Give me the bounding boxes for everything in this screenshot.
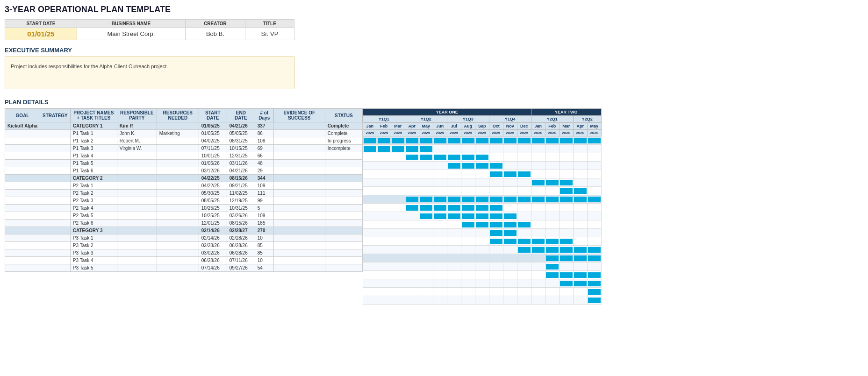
quarter-header-Y2Q1: Y2Q1: [531, 116, 573, 123]
gantt-cell: [503, 220, 517, 229]
gantt-cell: [475, 187, 489, 195]
gantt-cell: [559, 220, 573, 229]
plan-cell: CATEGORY 1: [70, 122, 117, 130]
plan-cell: [325, 249, 362, 257]
gantt-cell: [545, 254, 559, 262]
gantt-cell: [461, 229, 475, 237]
gantt-cell: [461, 220, 475, 229]
plan-cell: 05/05/25: [227, 130, 255, 137]
quarter-header-Y2Q2: Y2Q2: [573, 116, 601, 123]
gantt-cell: [545, 162, 559, 170]
plan-cell: 08/15/26: [227, 175, 255, 182]
gantt-cell: [433, 136, 447, 145]
main-layout: GOAL STRATEGY PROJECT NAMES+ TASK TITLES…: [5, 108, 863, 305]
plan-cell: 03/11/26: [227, 160, 255, 167]
plan-cell: Incomplete: [325, 145, 362, 152]
gantt-cell: [363, 262, 377, 271]
plan-cell: P2 Task 5: [70, 212, 117, 220]
gantt-cell: [363, 229, 377, 237]
month-header: Sep: [475, 123, 489, 130]
plan-cell: 12/01/25: [199, 220, 227, 227]
plan-cell: [157, 220, 199, 227]
gantt-cell: [405, 279, 419, 288]
gantt-cell: [391, 237, 405, 246]
plan-cell: [273, 122, 325, 130]
col-header-resources: RESOURCES NEEDED: [157, 109, 199, 122]
gantt-cell: [419, 271, 433, 279]
gantt-cell: [489, 237, 503, 246]
gantt-cell: [419, 254, 433, 262]
plan-cell: P2 Task 6: [70, 220, 117, 227]
quarter-header-Y1Q1: Y1Q1: [363, 116, 405, 123]
gantt-cell: [391, 296, 405, 305]
plan-cell: [157, 182, 199, 190]
plan-cell: 04/22/25: [199, 182, 227, 190]
gantt-cell: [363, 145, 377, 153]
gantt-cell: [391, 145, 405, 153]
month-header: Jul: [447, 123, 461, 130]
gantt-cell: [419, 262, 433, 271]
gantt-cell: [475, 262, 489, 271]
col-header-end: END DATE: [227, 109, 255, 122]
gantt-cell: [363, 178, 377, 187]
gantt-cell: [447, 220, 461, 229]
plan-cell: 03/12/26: [199, 167, 227, 175]
col-header-responsible: RESPONSIBLE PARTY: [117, 109, 157, 122]
gantt-cell: [447, 212, 461, 220]
header-table: START DATE BUSINESS NAME CREATOR TITLE 0…: [5, 19, 294, 40]
gantt-cell: [419, 279, 433, 288]
year-sub-header: 2026: [573, 130, 587, 136]
gantt-cell: [573, 220, 587, 229]
plan-cell: 07/11/25: [199, 145, 227, 152]
plan-cell: [5, 264, 40, 272]
gantt-cell: [587, 162, 601, 170]
plan-cell: 108: [255, 137, 273, 145]
plan-cell: 85: [255, 242, 273, 249]
plan-cell: [40, 190, 71, 197]
gantt-cell: [419, 204, 433, 212]
title-value: Sr. VP: [245, 28, 294, 40]
gantt-cell: [363, 195, 377, 204]
plan-cell: 07/11/26: [227, 257, 255, 264]
gantt-cell: [363, 204, 377, 212]
plan-cell: 10: [255, 257, 273, 264]
plan-cell: [117, 227, 157, 234]
plan-cell: 5: [255, 205, 273, 212]
gantt-cell: [405, 204, 419, 212]
gantt-cell: [419, 162, 433, 170]
year-sub-header: 2025: [475, 130, 489, 136]
plan-cell: [273, 152, 325, 160]
gantt-cell: [419, 246, 433, 254]
plan-details-title: PLAN DETAILS: [5, 99, 863, 106]
gantt-cell: [573, 162, 587, 170]
plan-cell: [40, 122, 71, 130]
gantt-cell: [559, 288, 573, 296]
plan-cell: [325, 182, 362, 190]
gantt-cell: [573, 187, 587, 195]
gantt-cell: [391, 162, 405, 170]
plan-cell: Complete: [325, 130, 362, 137]
gantt-cell: [559, 246, 573, 254]
gantt-cell: [461, 136, 475, 145]
gantt-cell: [489, 204, 503, 212]
month-header: Mar: [391, 123, 405, 130]
col-header-start: START DATE: [199, 109, 227, 122]
gantt-cell: [545, 296, 559, 305]
gantt-cell: [573, 279, 587, 288]
month-header: Feb: [545, 123, 559, 130]
gantt-cell: [433, 237, 447, 246]
gantt-cell: [433, 220, 447, 229]
gantt-cell: [531, 162, 545, 170]
gantt-cell: [517, 288, 531, 296]
gantt-cell: [433, 296, 447, 305]
plan-cell: [273, 227, 325, 234]
month-header: Aug: [461, 123, 475, 130]
gantt-cell: [559, 195, 573, 204]
gantt-cell: [545, 204, 559, 212]
gantt-cell: [433, 204, 447, 212]
gantt-cell: [447, 296, 461, 305]
gantt-cell: [391, 262, 405, 271]
plan-cell: [273, 190, 325, 197]
gantt-cell: [503, 262, 517, 271]
gantt-cell: [545, 229, 559, 237]
